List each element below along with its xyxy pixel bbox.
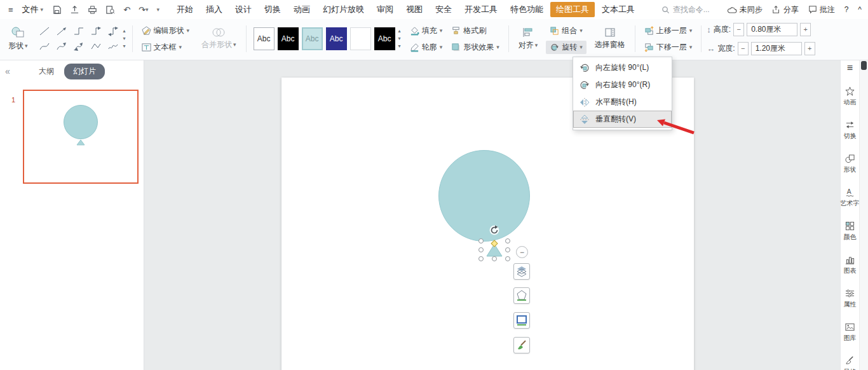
group-button[interactable]: 组合 ▾ <box>546 24 587 38</box>
shape-style-option-3-selected[interactable]: Abc <box>302 27 323 50</box>
shape-effects-button[interactable]: 形状效果 ▾ <box>447 41 503 54</box>
menu-item-rotate-left-90[interactable]: 向左旋转 90°(L) <box>573 59 672 76</box>
width-decrement-button[interactable]: − <box>738 42 749 55</box>
curved-connector-icon[interactable] <box>36 39 53 54</box>
tab-text-tools[interactable]: 文本工具 <box>596 2 641 17</box>
height-input[interactable]: 0.80厘米 <box>747 23 797 36</box>
gallery-scroll-up-button[interactable]: ▴ <box>123 29 126 34</box>
shape-style-option-4[interactable]: Abc <box>326 27 347 50</box>
shapes-button[interactable]: 形状▾ <box>4 21 32 57</box>
style-scroll-down-button[interactable]: ▾ <box>398 36 401 41</box>
tab-design[interactable]: 设计 <box>229 2 257 17</box>
shape-style-option-6[interactable]: Abc <box>374 27 395 50</box>
width-increment-button[interactable]: + <box>804 42 815 55</box>
undo-button[interactable]: ↶ <box>121 3 132 17</box>
freeform-icon[interactable] <box>88 39 105 54</box>
panel-style-button[interactable]: 风格 <box>844 356 857 370</box>
rotation-handle[interactable] <box>489 225 499 235</box>
selection-handle[interactable] <box>492 256 497 261</box>
elbow-double-arrow-connector-icon[interactable] <box>105 24 122 39</box>
sync-status-button[interactable]: 未同步 <box>727 4 763 15</box>
balloon-circle-shape[interactable] <box>438 150 530 242</box>
tab-outline[interactable]: 大纲 <box>35 64 58 79</box>
edit-shape-button[interactable]: 编辑形状 ▾ <box>138 24 194 38</box>
selection-handle[interactable] <box>478 247 484 252</box>
gallery-scroll-down-button[interactable]: ▾ <box>123 36 126 41</box>
collapse-ribbon-button[interactable]: ^ <box>858 5 862 14</box>
merge-shapes-button[interactable]: 合并形状▾ <box>197 21 241 57</box>
bring-forward-button[interactable]: 上移一层 ▾ <box>641 24 696 38</box>
collapse-quick-toolbar-button[interactable]: − <box>516 246 528 258</box>
scrollbar-thumb[interactable] <box>861 61 867 70</box>
layer-options-button[interactable] <box>513 263 530 280</box>
menu-item-rotate-right-90[interactable]: 向右旋转 90°(R) <box>573 76 672 93</box>
help-button[interactable]: ? <box>844 5 849 14</box>
selection-handle[interactable] <box>478 256 484 261</box>
style-more-button[interactable]: ▾ <box>398 44 401 49</box>
right-toolbar-menu-button[interactable]: ≡ <box>847 63 853 73</box>
selection-handle[interactable] <box>478 238 484 243</box>
vertical-scrollbar[interactable] <box>859 60 868 370</box>
width-input[interactable]: 1.20厘米 <box>751 42 802 55</box>
file-menu-button[interactable]: 文件▾ <box>20 4 46 15</box>
shape-style-option-1[interactable]: Abc <box>254 27 275 50</box>
save-button[interactable] <box>50 3 64 17</box>
slide-thumbnail-1[interactable] <box>23 90 139 184</box>
selection-pane-button[interactable]: 选择窗格 <box>590 21 630 57</box>
shape-style-quick-button[interactable] <box>513 287 530 304</box>
scribble-icon[interactable] <box>105 39 122 54</box>
tab-security[interactable]: 安全 <box>430 2 458 17</box>
share-button[interactable]: 分享 <box>772 4 799 15</box>
tab-developer-tools[interactable]: 开发工具 <box>459 2 503 17</box>
brush-quick-button[interactable] <box>513 337 530 353</box>
selection-handle[interactable] <box>505 247 510 252</box>
selection-handle[interactable] <box>505 238 510 243</box>
arrow-line-icon[interactable] <box>53 24 71 39</box>
shape-style-option-5[interactable]: Abc <box>350 27 371 50</box>
tab-home[interactable]: 开始 <box>171 2 199 17</box>
panel-animation-button[interactable]: 动画 <box>844 86 857 107</box>
height-increment-button[interactable]: + <box>800 23 811 36</box>
tab-slideshow[interactable]: 幻灯片放映 <box>317 2 370 17</box>
fill-button[interactable]: 填充 ▾ <box>406 24 447 38</box>
tab-view[interactable]: 视图 <box>400 2 428 17</box>
gallery-more-button[interactable]: ▾ <box>123 44 126 49</box>
panel-gallery-button[interactable]: 图库 <box>844 322 857 343</box>
panel-colors-button[interactable]: 颜色 <box>844 221 857 242</box>
panel-wordart-button[interactable]: A 艺术字 <box>841 188 860 208</box>
align-button[interactable]: 对齐▾ <box>514 21 543 57</box>
line-icon[interactable] <box>36 24 53 39</box>
main-menu-button[interactable]: ≡ <box>6 3 15 17</box>
curved-double-arrow-connector-icon[interactable] <box>71 39 88 54</box>
elbow-arrow-connector-icon[interactable] <box>88 24 105 39</box>
print-preview-button[interactable] <box>104 3 117 17</box>
outline-button[interactable]: 轮廓 ▾ <box>406 41 447 54</box>
redo-button[interactable]: ↷▾ <box>137 3 150 17</box>
send-backward-button[interactable]: 下移一层 ▾ <box>641 41 696 54</box>
elbow-connector-icon[interactable] <box>71 24 88 39</box>
collapse-panel-button[interactable]: « <box>5 66 10 76</box>
export-button[interactable] <box>68 3 81 17</box>
tab-insert[interactable]: 插入 <box>200 2 228 17</box>
format-painter-button[interactable]: 格式刷 <box>447 24 490 38</box>
textbox-button[interactable]: 文本框 ▾ <box>138 41 194 54</box>
rotate-button[interactable]: 旋转 ▾ <box>546 41 587 54</box>
shape-style-option-2[interactable]: Abc <box>278 27 299 50</box>
panel-properties-button[interactable]: 属性 <box>844 289 857 309</box>
menu-item-flip-horizontal[interactable]: 水平翻转(H) <box>573 93 672 111</box>
panel-shapes-button[interactable]: 形状 <box>844 154 857 174</box>
curved-arrow-connector-icon[interactable] <box>53 39 71 54</box>
command-search-input[interactable]: 查找命令... <box>661 4 717 15</box>
print-button[interactable] <box>86 3 99 17</box>
editing-canvas[interactable]: − <box>144 60 840 370</box>
tab-slides[interactable]: 幻灯片 <box>64 64 105 79</box>
comments-button[interactable]: 批注 <box>808 4 835 15</box>
tab-review[interactable]: 审阅 <box>371 2 399 17</box>
selection-handle[interactable] <box>505 256 510 261</box>
outline-quick-button[interactable] <box>513 312 530 329</box>
tab-transition[interactable]: 切换 <box>259 2 287 17</box>
tab-special-features[interactable]: 特色功能 <box>505 2 549 17</box>
more-quick-commands-button[interactable]: ▾ <box>154 3 161 17</box>
style-scroll-up-button[interactable]: ▴ <box>398 29 401 34</box>
panel-charts-button[interactable]: 图表 <box>844 255 857 275</box>
